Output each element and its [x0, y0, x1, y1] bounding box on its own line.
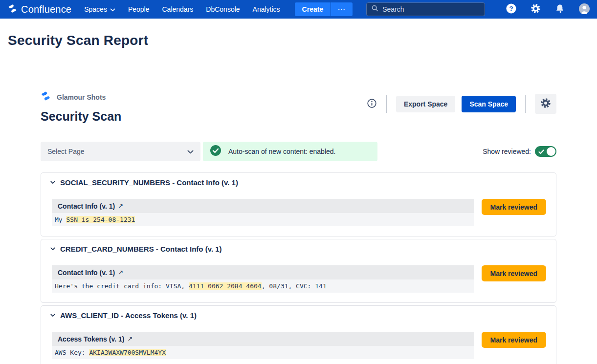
- finding-detail: Contact Info (v. 1) ↗ Here's the credit …: [52, 265, 474, 293]
- select-page-label: Select Page: [47, 148, 85, 155]
- collapse-chevron-icon[interactable]: [49, 313, 56, 318]
- gear-icon: [540, 97, 552, 110]
- profile-button[interactable]: [578, 3, 590, 16]
- external-link-icon: ↗: [127, 335, 133, 343]
- show-reviewed-label: Show reviewed:: [483, 148, 531, 155]
- nav-menu: Spaces People Calendars DbConsole Analyt…: [84, 5, 280, 13]
- sensitive-highlight: AKIA3WAXW700SMVLM4YX: [89, 349, 166, 356]
- finding-excerpt: AWS Key: AKIA3WAXW700SMVLM4YX: [52, 346, 474, 359]
- svg-text:?: ?: [509, 5, 513, 12]
- source-page-link[interactable]: Contact Info (v. 1): [58, 202, 115, 210]
- finding-title: CREDIT_CARD_NUMBERS - Contact Info (v. 1…: [60, 245, 222, 253]
- mark-reviewed-button[interactable]: Mark reviewed: [482, 332, 547, 348]
- brand-name: Confluence: [21, 4, 71, 15]
- gear-icon: [530, 3, 541, 16]
- external-link-icon: ↗: [118, 202, 123, 210]
- search-bar[interactable]: [366, 2, 485, 16]
- finding-excerpt: My SSN is 254-08-1231: [52, 213, 474, 226]
- avatar: [578, 3, 590, 16]
- finding-card-credit-card: CREDIT_CARD_NUMBERS - Contact Info (v. 1…: [41, 239, 556, 303]
- chevron-down-icon: [110, 5, 115, 13]
- create-more-button[interactable]: ···: [331, 2, 353, 16]
- check-icon: [538, 149, 544, 156]
- scan-space-button[interactable]: Scan Space: [462, 96, 516, 112]
- finding-detail: Contact Info (v. 1) ↗ My SSN is 254-08-1…: [52, 199, 474, 226]
- show-reviewed-control: Show reviewed:: [483, 146, 556, 157]
- info-icon: [367, 98, 377, 110]
- create-button[interactable]: Create: [295, 2, 331, 16]
- divider: [525, 95, 526, 113]
- check-circle-icon: [210, 145, 221, 158]
- finding-detail: Access Tokens (v. 1) ↗ AWS Key: AKIA3WAX…: [52, 332, 474, 359]
- export-space-button[interactable]: Export Space: [396, 96, 455, 112]
- autoscan-banner: Auto-scan of new content: enabled.: [203, 142, 377, 161]
- space-name[interactable]: Glamour Shots: [57, 93, 106, 101]
- collapse-chevron-icon[interactable]: [49, 246, 56, 252]
- main-content: Glamour Shots Security Scan Export Space…: [41, 91, 556, 364]
- settings-button[interactable]: [530, 3, 541, 16]
- chevron-down-icon: [187, 147, 194, 156]
- mark-reviewed-button[interactable]: Mark reviewed: [482, 199, 547, 215]
- finding-card-social-security: SOCIAL_SECURITY_NUMBERS - Contact Info (…: [41, 172, 556, 236]
- select-page-dropdown[interactable]: Select Page: [41, 142, 200, 161]
- source-page-link[interactable]: Access Tokens (v. 1): [58, 335, 124, 343]
- findings-list: SOCIAL_SECURITY_NUMBERS - Contact Info (…: [41, 172, 556, 364]
- space-info: Glamour Shots Security Scan: [41, 91, 121, 124]
- nav-icon-group: ?: [506, 3, 590, 16]
- space-heading: Security Scan: [41, 109, 121, 124]
- sensitive-highlight: 4111 0062 2084 4604: [189, 282, 262, 290]
- info-button[interactable]: [367, 98, 377, 110]
- nav-item-dbconsole[interactable]: DbConsole: [206, 5, 240, 13]
- nav-item-people[interactable]: People: [128, 5, 150, 13]
- confluence-logo[interactable]: Confluence: [8, 4, 71, 15]
- sensitive-highlight: SSN is 254-08-1231: [66, 216, 135, 223]
- search-icon: [372, 5, 378, 14]
- space-actions: Export Space Scan Space: [367, 94, 556, 114]
- space-settings-button[interactable]: [535, 94, 556, 114]
- show-reviewed-toggle[interactable]: [535, 146, 556, 157]
- help-icon: ?: [506, 3, 517, 16]
- create-button-group: Create ···: [295, 2, 353, 16]
- page-title: Security Scan Report: [8, 33, 597, 48]
- nav-item-calendars[interactable]: Calendars: [162, 5, 193, 13]
- notifications-button[interactable]: [554, 3, 565, 16]
- controls-row: Select Page Auto-scan of new content: en…: [41, 142, 556, 161]
- external-link-icon: ↗: [118, 269, 123, 276]
- help-button[interactable]: ?: [506, 3, 517, 16]
- finding-card-aws-client-id: AWS_CLIENT_ID - Access Tokens (v. 1) Acc…: [41, 305, 556, 364]
- source-page-link[interactable]: Contact Info (v. 1): [58, 269, 115, 277]
- finding-title: SOCIAL_SECURITY_NUMBERS - Contact Info (…: [60, 178, 238, 187]
- space-header: Glamour Shots Security Scan Export Space…: [41, 91, 556, 124]
- nav-item-spaces[interactable]: Spaces: [84, 5, 115, 13]
- confluence-mark-icon: [8, 4, 17, 15]
- top-navbar: Confluence Spaces People Calendars DbCon…: [0, 0, 597, 19]
- autoscan-status-text: Auto-scan of new content: enabled.: [228, 148, 335, 155]
- finding-excerpt: Here's the credit card info: VISA, 4111 …: [52, 279, 474, 293]
- divider: [386, 95, 387, 113]
- search-input[interactable]: [382, 5, 480, 13]
- nav-item-analytics[interactable]: Analytics: [253, 5, 280, 13]
- mark-reviewed-button[interactable]: Mark reviewed: [482, 265, 547, 281]
- toggle-knob: [547, 147, 555, 156]
- finding-title: AWS_CLIENT_ID - Access Tokens (v. 1): [60, 311, 197, 320]
- collapse-chevron-icon[interactable]: [49, 180, 56, 185]
- bell-icon: [554, 3, 565, 16]
- space-icon: [41, 91, 51, 103]
